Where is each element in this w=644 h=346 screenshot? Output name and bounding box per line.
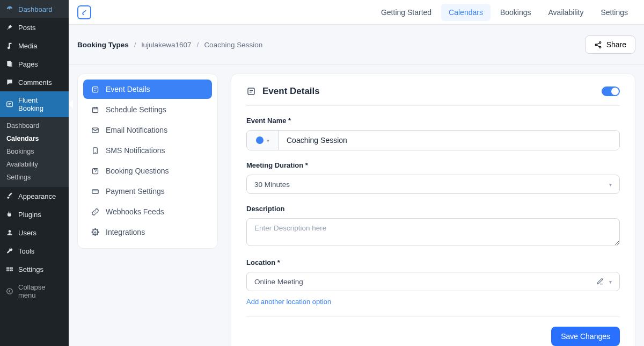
edit-icon[interactable] (596, 278, 604, 285)
sidebar-collapse[interactable]: Collapse menu (0, 278, 69, 304)
sidebar-item-settings[interactable]: Settings (0, 260, 69, 278)
settings-nav-booking-questions[interactable]: Booking Questions (83, 161, 212, 181)
label-location: Location * (246, 258, 620, 266)
sidebar-item-posts[interactable]: Posts (0, 18, 69, 37)
question-icon (91, 167, 99, 175)
user-icon (5, 228, 14, 237)
svg-rect-4 (7, 268, 9, 269)
fluent-icon (5, 100, 14, 109)
sidebar-item-label: Tools (18, 247, 34, 255)
sidebar-item-media[interactable]: Media (0, 37, 69, 55)
sidebar-item-users[interactable]: Users (0, 224, 69, 242)
sidebar-subitem-bookings[interactable]: Bookings (0, 145, 69, 158)
plugin-icon (5, 210, 14, 219)
details-icon (246, 86, 256, 96)
collapse-label: Collapse menu (18, 283, 63, 299)
tab-availability[interactable]: Availability (541, 4, 591, 21)
svg-point-18 (94, 232, 96, 233)
sidebar-item-label: Users (18, 229, 36, 237)
settings-nav-schedule-settings[interactable]: Schedule Settings (83, 100, 212, 119)
settings-nav-label: SMS Notifications (106, 146, 165, 155)
settings-nav-label: Booking Questions (106, 167, 169, 175)
crumb-root[interactable]: Booking Types (77, 41, 129, 49)
svg-point-9 (599, 41, 601, 43)
settings-icon (5, 265, 14, 273)
svg-rect-2 (7, 102, 13, 106)
settings-nav-label: Payment Settings (106, 187, 165, 196)
location-select[interactable]: Online Meeting ▾ (246, 272, 620, 291)
sidebar-item-label: Comments (18, 78, 52, 86)
settings-nav-payment-settings[interactable]: Payment Settings (83, 182, 212, 201)
sidebar-item-fluent-booking[interactable]: Fluent Booking (0, 91, 69, 117)
sidebar-subitem-calendars[interactable]: Calendars (0, 132, 69, 145)
brush-icon (5, 192, 14, 200)
description-input[interactable] (246, 218, 620, 246)
panel-title: Event Details (262, 86, 320, 97)
crumb-sep: / (197, 41, 199, 49)
share-label: Share (606, 40, 626, 49)
sidebar-item-appearance[interactable]: Appearance (0, 187, 69, 205)
crumb-user[interactable]: lujulakewa1607 (142, 41, 192, 49)
wp-admin-sidebar: DashboardPostsMediaPagesComments Fluent … (0, 0, 69, 346)
field-location: Location * Online Meeting ▾ Add another … (246, 258, 620, 306)
sidebar-item-label: Appearance (18, 192, 56, 200)
panel-footer: Save Changes (246, 316, 620, 346)
dashboard-icon (5, 5, 14, 13)
brand-logo (77, 5, 91, 19)
svg-rect-6 (7, 270, 9, 271)
crumb-current: Coaching Session (204, 41, 262, 49)
field-description: Description (246, 205, 620, 248)
svg-rect-17 (92, 189, 98, 193)
tab-bookings[interactable]: Bookings (493, 4, 539, 21)
page-icon (5, 60, 14, 68)
settings-nav-integrations[interactable]: Integrations (83, 222, 212, 242)
svg-rect-5 (10, 268, 12, 269)
settings-nav-sms-notifications[interactable]: SMS Notifications (83, 141, 212, 160)
tab-calendars[interactable]: Calendars (441, 4, 491, 21)
add-location-link[interactable]: Add another location option (246, 298, 331, 306)
pin-icon (5, 23, 14, 32)
event-details-panel: Event Details Event Name * ▾ M (231, 74, 635, 346)
settings-nav-event-details[interactable]: Event Details (83, 80, 212, 99)
chevron-down-icon: ▾ (609, 182, 612, 188)
duration-value: 30 Minutes (254, 181, 290, 189)
event-name-input[interactable] (279, 131, 619, 150)
sidebar-subitem-settings[interactable]: Settings (0, 171, 69, 184)
panel-header: Event Details (246, 86, 620, 106)
settings-nav-webhooks-feeds[interactable]: Webhooks Feeds (83, 202, 212, 221)
settings-nav: Event DetailsSchedule SettingsEmail Noti… (77, 74, 218, 249)
label-description: Description (246, 205, 620, 213)
sidebar-subitem-dashboard[interactable]: Dashboard (0, 119, 69, 132)
sidebar-item-label: Pages (18, 60, 38, 68)
svg-point-8 (7, 289, 13, 294)
color-picker[interactable]: ▾ (247, 131, 279, 150)
svg-point-11 (599, 46, 601, 48)
breadcrumb: Booking Types / lujulakewa1607 / Coachin… (77, 41, 262, 49)
sidebar-subitem-availability[interactable]: Availability (0, 158, 69, 171)
settings-nav-label: Webhooks Feeds (106, 207, 164, 216)
clock-icon (91, 105, 99, 114)
share-button[interactable]: Share (585, 35, 635, 54)
sidebar-item-label: Fluent Booking (18, 96, 63, 112)
tab-getting-started[interactable]: Getting Started (374, 4, 439, 21)
save-button[interactable]: Save Changes (551, 327, 620, 346)
tab-settings[interactable]: Settings (593, 4, 635, 21)
media-icon (5, 41, 14, 50)
active-toggle[interactable] (602, 86, 620, 96)
collapse-icon (5, 287, 14, 295)
breadcrumb-bar: Booking Types / lujulakewa1607 / Coachin… (69, 25, 644, 65)
sidebar-item-tools[interactable]: Tools (0, 242, 69, 260)
sidebar-item-dashboard[interactable]: Dashboard (0, 0, 69, 18)
sms-icon (91, 146, 99, 155)
sidebar-item-plugins[interactable]: Plugins (0, 205, 69, 224)
duration-select[interactable]: 30 Minutes ▾ (246, 175, 620, 194)
sidebar-item-pages[interactable]: Pages (0, 55, 69, 73)
sidebar-item-comments[interactable]: Comments (0, 73, 69, 91)
settings-nav-email-notifications[interactable]: Email Notifications (83, 120, 212, 140)
main-area: Getting StartedCalendarsBookingsAvailabi… (69, 0, 644, 346)
sidebar-item-label: Dashboard (18, 5, 53, 13)
sidebar-item-label: Posts (18, 24, 36, 32)
svg-rect-12 (92, 86, 98, 92)
svg-rect-7 (10, 270, 12, 271)
payment-icon (91, 187, 99, 196)
